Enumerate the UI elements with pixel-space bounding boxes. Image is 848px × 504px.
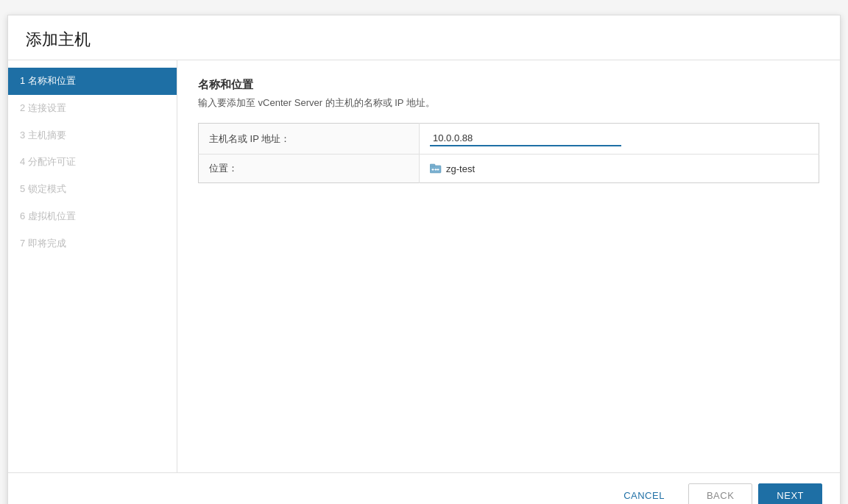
folder-icon [430, 163, 442, 174]
dialog-title: 添加主机 [26, 29, 822, 51]
cancel-button[interactable]: CANCEL [606, 484, 682, 504]
location-text: zg-test [446, 163, 475, 174]
dialog-body: 1 名称和位置2 连接设置3 主机摘要4 分配许可证5 锁定模式6 虚拟机位置7… [8, 60, 840, 472]
sidebar: 1 名称和位置2 连接设置3 主机摘要4 分配许可证5 锁定模式6 虚拟机位置7… [8, 60, 177, 472]
sidebar-item-step7: 7 即将完成 [8, 230, 177, 258]
svg-rect-1 [430, 164, 435, 166]
location-value: zg-test [430, 163, 808, 174]
section-title: 名称和位置 [198, 78, 819, 92]
main-content: 名称和位置 输入要添加至 vCenter Server 的主机的名称或 IP 地… [177, 60, 840, 472]
sidebar-item-step4: 4 分配许可证 [8, 149, 177, 176]
sidebar-item-step5: 5 锁定模式 [8, 176, 177, 203]
section-desc: 输入要添加至 vCenter Server 的主机的名称或 IP 地址。 [198, 96, 819, 110]
back-button[interactable]: BACK [688, 483, 752, 504]
sidebar-item-step1: 1 名称和位置 [8, 68, 177, 95]
sidebar-item-step6: 6 虚拟机位置 [8, 203, 177, 230]
sidebar-item-step2: 2 连接设置 [8, 95, 177, 122]
dialog-footer: CANCEL BACK NEXT [8, 472, 840, 504]
next-button[interactable]: NEXT [758, 483, 822, 504]
sidebar-item-step3: 3 主机摘要 [8, 122, 177, 149]
table-row-hostname: 主机名或 IP 地址： [199, 124, 819, 155]
hostname-cell [420, 124, 819, 155]
table-row-location: 位置： [199, 155, 819, 183]
add-host-dialog: 添加主机 1 名称和位置2 连接设置3 主机摘要4 分配许可证5 锁定模式6 虚… [7, 15, 841, 504]
location-cell: zg-test [420, 155, 819, 183]
location-label: 位置： [199, 155, 420, 183]
dialog-header: 添加主机 [8, 15, 840, 60]
form-table: 主机名或 IP 地址： 位置： [198, 123, 819, 183]
hostname-label: 主机名或 IP 地址： [199, 124, 420, 155]
hostname-input[interactable] [430, 131, 621, 146]
